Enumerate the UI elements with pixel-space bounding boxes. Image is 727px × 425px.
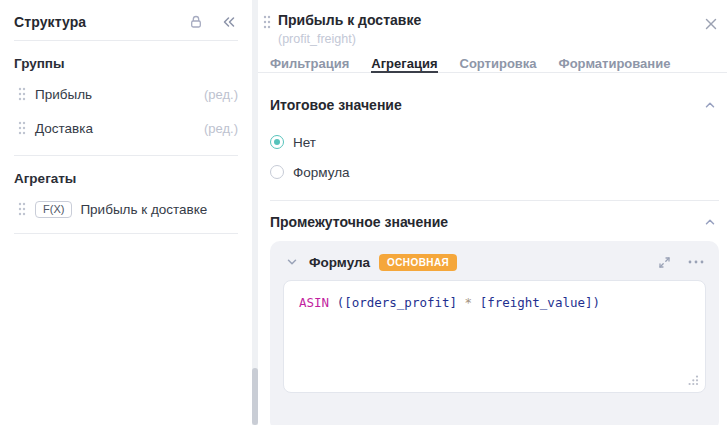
- formula-code-editor[interactable]: ASIN ([orders_profit] * [freight_value]): [283, 280, 706, 393]
- radio-label: Формула: [293, 165, 350, 180]
- code-operator: *: [465, 295, 473, 310]
- close-icon[interactable]: [702, 15, 720, 33]
- formula-card-title: Формула: [309, 255, 370, 270]
- code-keyword: ASIN: [299, 295, 329, 310]
- field-settings-panel: Прибыль к доставке (profit_freight) Филь…: [258, 0, 727, 425]
- structure-sidebar: Структура Группы: [0, 0, 252, 425]
- main-formula-badge: ОСНОВНАЯ: [379, 254, 457, 271]
- chevron-up-icon[interactable]: [701, 96, 719, 114]
- sidebar-item-dostavka[interactable]: Доставка (ред.): [0, 111, 252, 145]
- lock-icon[interactable]: [187, 13, 205, 31]
- drag-handle-icon[interactable]: [263, 15, 271, 29]
- formula-code[interactable]: ASIN ([orders_profit] * [freight_value]): [284, 281, 705, 324]
- more-options-icon[interactable]: [687, 253, 705, 271]
- radio-option-net[interactable]: Нет: [270, 127, 719, 157]
- intermediate-value-section-header: Промежуточное значение: [270, 213, 719, 231]
- radio-selected-icon[interactable]: [270, 135, 284, 149]
- drag-handle-icon[interactable]: [18, 121, 26, 135]
- intermediate-value-title: Промежуточное значение: [270, 214, 448, 230]
- app-root: Структура Группы: [0, 0, 727, 425]
- sidebar-title: Структура: [14, 14, 86, 30]
- drag-handle-icon[interactable]: [18, 87, 26, 101]
- sidebar-header: Структура: [0, 0, 252, 31]
- total-value-title: Итоговое значение: [270, 97, 402, 113]
- formula-card-header: Формула ОСНОВНАЯ: [270, 241, 719, 280]
- radio-option-formula[interactable]: Формула: [270, 157, 719, 187]
- chevron-up-icon[interactable]: [701, 213, 719, 231]
- formula-card: Формула ОСНОВНАЯ: [270, 241, 719, 425]
- group-edit-link[interactable]: (ред.): [204, 121, 238, 136]
- section-divider: [270, 200, 719, 201]
- group-item-label: Прибыль: [35, 87, 92, 102]
- tab-filtration[interactable]: Фильтрация: [270, 54, 349, 73]
- drag-handle-icon[interactable]: [18, 202, 26, 216]
- panel-field-id: (profit_freight): [278, 31, 421, 47]
- aggregates-section-label: Агрегаты: [14, 171, 238, 186]
- formula-fx-badge: F(X): [35, 201, 72, 218]
- settings-tabs: Фильтрация Агрегация Сортировка Форматир…: [258, 54, 727, 73]
- collapse-sidebar-icon[interactable]: [220, 13, 238, 31]
- tab-aggregation[interactable]: Агрегация: [371, 54, 437, 73]
- groups-section-label: Группы: [14, 56, 238, 71]
- sidebar-item-pribyl[interactable]: Прибыль (ред.): [0, 77, 252, 111]
- sidebar-divider: [14, 155, 238, 156]
- radio-label: Нет: [293, 135, 316, 150]
- panel-header: Прибыль к доставке (profit_freight): [258, 0, 727, 47]
- panel-title: Прибыль к доставке: [278, 11, 421, 29]
- total-value-section-header: Итоговое значение: [270, 96, 719, 114]
- total-value-options: Нет Формула: [270, 127, 719, 187]
- panel-content: Итоговое значение Нет Формула: [258, 73, 727, 425]
- sidebar-divider: [14, 233, 238, 234]
- tab-formatting[interactable]: Форматирование: [559, 54, 671, 73]
- group-item-label: Доставка: [35, 121, 93, 136]
- tab-sorting[interactable]: Сортировка: [460, 54, 537, 73]
- chevron-down-icon[interactable]: [283, 253, 301, 271]
- radio-unselected-icon[interactable]: [270, 165, 284, 179]
- code-fragment: [freight_value]): [472, 295, 600, 310]
- sidebar-divider: [14, 40, 238, 41]
- code-fragment: ([orders_profit]: [329, 295, 464, 310]
- expand-icon[interactable]: [655, 253, 673, 271]
- sidebar-item-aggregate[interactable]: F(X) Прибыль к доставке: [0, 192, 252, 226]
- aggregate-item-label: Прибыль к доставке: [80, 202, 207, 217]
- group-edit-link[interactable]: (ред.): [204, 87, 238, 102]
- resize-handle-icon[interactable]: [688, 375, 699, 386]
